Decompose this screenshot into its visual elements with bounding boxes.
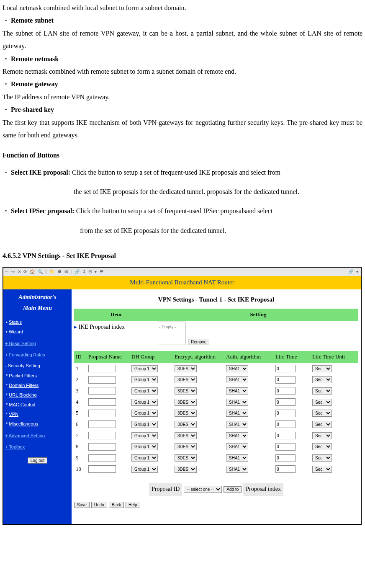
row-id: 10 (74, 464, 87, 475)
nav-toolbox[interactable]: + Toolbox (5, 443, 70, 451)
ike-index-list[interactable]: - Empty - (158, 322, 185, 345)
life-time-input[interactable] (275, 387, 296, 395)
dh-group-select[interactable]: Group 1 (131, 454, 158, 462)
encrypt-select[interactable]: 3DES (175, 466, 197, 473)
nav-domain-filters[interactable]: Domain Filters (6, 381, 70, 390)
encrypt-select[interactable]: 3DES (175, 410, 197, 417)
row-id: 2 (74, 374, 87, 385)
life-unit-select[interactable]: Sec. (312, 376, 332, 383)
back-button[interactable]: Back (109, 502, 124, 508)
table-row: 10Group 13DESSHA1Sec. (74, 464, 358, 475)
ike-proposal-index-row: IKE Proposal index - Empty - Remove (74, 321, 358, 345)
encrypt-select[interactable]: 3DES (175, 399, 197, 406)
toolbar-icons-right: 🔗 ▾ (348, 268, 359, 276)
auth-select[interactable]: SHA1 (226, 432, 248, 439)
remove-button[interactable]: Remove (188, 339, 209, 345)
undo-button[interactable]: Undo (91, 502, 107, 508)
life-unit-select[interactable]: Sec. (312, 365, 332, 372)
life-time-input[interactable] (275, 376, 296, 384)
nav-url-blocking[interactable]: URL Blocking (6, 390, 70, 400)
life-unit-select[interactable]: Sec. (312, 399, 332, 406)
col-life-unit: Life Time Unit (311, 352, 356, 362)
encrypt-select[interactable]: 3DES (175, 443, 197, 450)
nav-wizard[interactable]: Wizard (6, 327, 70, 337)
encrypt-select[interactable]: 3DES (175, 432, 197, 439)
nav-packet-filters[interactable]: Packet Filters (6, 371, 70, 381)
nav-mac-control[interactable]: MAC Control (6, 400, 70, 410)
dh-group-select[interactable]: Group 1 (131, 387, 158, 395)
life-time-input[interactable] (275, 420, 296, 428)
encrypt-select[interactable]: 3DES (175, 365, 197, 372)
life-unit-select[interactable]: Sec. (312, 443, 332, 450)
proposal-name-input[interactable] (88, 420, 116, 428)
auth-select[interactable]: SHA1 (226, 421, 248, 428)
row-id: 5 (74, 408, 87, 418)
auth-select[interactable]: SHA1 (226, 365, 248, 372)
proposal-name-input[interactable] (88, 387, 116, 395)
save-button[interactable]: Save (74, 502, 90, 508)
auth-select[interactable]: SHA1 (226, 466, 248, 473)
col-proposal-name: Proposal Name (87, 352, 130, 362)
nav-advanced-setting[interactable]: + Advanced Setting (5, 431, 70, 440)
life-time-input[interactable] (275, 465, 296, 473)
life-time-input[interactable] (275, 398, 296, 406)
nav-forwarding-rules[interactable]: + Forwarding Rules (5, 351, 70, 359)
col-id: ID (74, 352, 87, 362)
logout-button[interactable]: Log out (28, 457, 47, 464)
life-time-input[interactable] (275, 432, 296, 439)
auth-select[interactable]: SHA1 (226, 387, 248, 395)
life-unit-select[interactable]: Sec. (312, 410, 332, 417)
dh-group-select[interactable]: Group 1 (131, 410, 158, 417)
proposal-name-input[interactable] (88, 410, 116, 417)
life-unit-select[interactable]: Sec. (312, 421, 332, 428)
nav-status[interactable]: Status (6, 317, 70, 327)
proposal-name-input[interactable] (88, 465, 116, 473)
life-time-input[interactable] (275, 365, 296, 372)
life-unit-select[interactable]: Sec. (312, 432, 332, 439)
help-button[interactable]: Help (126, 502, 140, 508)
heading-remote-subnet: ・ Remote subnet (3, 14, 362, 27)
life-time-input[interactable] (275, 443, 296, 451)
nav-security-setting[interactable]: - Security Setting (5, 361, 70, 370)
auth-select[interactable]: SHA1 (226, 410, 248, 417)
dh-group-select[interactable]: Group 1 (131, 365, 158, 372)
life-unit-select[interactable]: Sec. (312, 454, 332, 462)
add-to-button[interactable]: Add to (224, 486, 242, 493)
proposal-name-input[interactable] (88, 443, 116, 451)
encrypt-select[interactable]: 3DES (175, 387, 197, 395)
proposal-name-input[interactable] (88, 376, 116, 384)
encrypt-select[interactable]: 3DES (175, 421, 197, 428)
table-row: 9Group 13DESSHA1Sec. (74, 452, 358, 464)
auth-select[interactable]: SHA1 (226, 376, 248, 383)
router-screenshot: ⇦ ⇨ ✕ ⟳ 🏠 🔍 | 📁 🖶 ✉ | 🔗 ↧ ⊟ ▾ ☰ 🔗 ▾ Mult… (3, 267, 362, 525)
proposal-id-select[interactable]: -- select one -- (184, 486, 222, 493)
life-unit-select[interactable]: Sec. (312, 387, 332, 395)
dh-group-select[interactable]: Group 1 (131, 443, 158, 450)
proposal-name-input[interactable] (88, 432, 116, 439)
life-unit-select[interactable]: Sec. (312, 466, 332, 473)
life-time-input[interactable] (275, 410, 296, 417)
encrypt-select[interactable]: 3DES (175, 376, 197, 383)
paragraph-remote-gateway: The IP address of remote VPN gateway. (3, 91, 362, 103)
nav-miscellaneous[interactable]: Miscellaneous (6, 419, 70, 429)
proposal-name-input[interactable] (88, 365, 116, 372)
proposal-name-input[interactable] (88, 454, 116, 462)
dh-group-select[interactable]: Group 1 (131, 399, 158, 406)
row-id: 8 (74, 441, 87, 452)
dh-group-select[interactable]: Group 1 (131, 466, 158, 473)
auth-select[interactable]: SHA1 (226, 399, 248, 406)
text-select-ipsec-1: Click the button to setup a set of frequ… (76, 207, 273, 214)
row-id: 7 (74, 431, 87, 441)
nav-vpn[interactable]: VPN (6, 410, 70, 419)
dh-group-select[interactable]: Group 1 (131, 421, 158, 428)
auth-select[interactable]: SHA1 (226, 454, 248, 462)
life-time-input[interactable] (275, 454, 296, 462)
dh-group-select[interactable]: Group 1 (131, 376, 158, 383)
nav-basic-setting[interactable]: + Basic Setting (5, 339, 70, 348)
dh-group-select[interactable]: Group 1 (131, 432, 158, 439)
proposal-id-label: Proposal ID (149, 483, 182, 496)
heading-remote-gateway: ・ Remote gateway (3, 78, 362, 90)
proposal-name-input[interactable] (88, 398, 116, 406)
encrypt-select[interactable]: 3DES (175, 454, 197, 462)
auth-select[interactable]: SHA1 (226, 443, 248, 450)
